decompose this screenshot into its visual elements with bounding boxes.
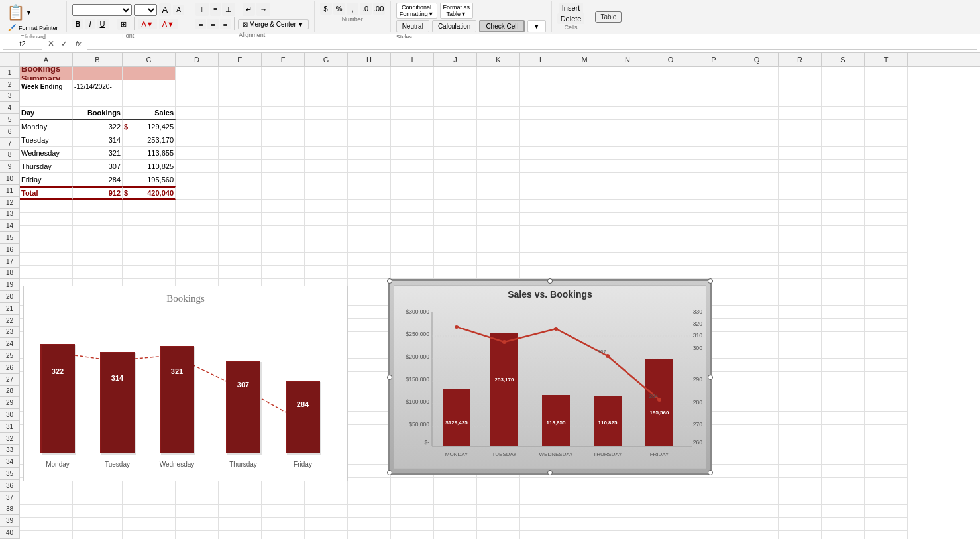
- col-header-T[interactable]: T: [865, 53, 908, 66]
- row-header-24[interactable]: 24: [0, 338, 20, 350]
- cell-D36[interactable]: [176, 531, 219, 539]
- cell-P35[interactable]: [692, 518, 735, 531]
- cell-R8[interactable]: [779, 160, 822, 173]
- cell-D12[interactable]: [176, 213, 219, 226]
- cell-A33[interactable]: [20, 491, 73, 505]
- align-middle-button[interactable]: ≡: [210, 3, 221, 16]
- formula-input[interactable]: [87, 38, 977, 50]
- cell-B8[interactable]: 307: [73, 160, 123, 173]
- cell-B12[interactable]: [73, 213, 123, 226]
- cell-G16[interactable]: [305, 266, 348, 279]
- cell-N11[interactable]: [606, 200, 649, 213]
- cell-T16[interactable]: [865, 266, 908, 279]
- cell-B9[interactable]: 284: [73, 173, 123, 186]
- cell-N16[interactable]: [606, 266, 649, 279]
- cell-T26[interactable]: [865, 398, 908, 412]
- row-header-39[interactable]: 39: [0, 515, 20, 527]
- cell-O2[interactable]: [649, 80, 692, 93]
- cell-N32[interactable]: [606, 478, 649, 491]
- cell-I5[interactable]: [391, 120, 434, 133]
- row-header-18[interactable]: 18: [0, 268, 20, 280]
- cell-E8[interactable]: [219, 160, 262, 173]
- cell-S33[interactable]: [822, 491, 865, 505]
- cell-P12[interactable]: [692, 213, 735, 226]
- cell-B36[interactable]: [73, 531, 123, 539]
- cell-K3[interactable]: [477, 93, 520, 107]
- cell-C12[interactable]: [123, 213, 176, 226]
- cell-J36[interactable]: [434, 531, 477, 539]
- cell-O13[interactable]: [649, 226, 692, 239]
- cell-H26[interactable]: [348, 398, 391, 412]
- cell-J33[interactable]: [434, 491, 477, 505]
- cell-K7[interactable]: [477, 147, 520, 160]
- cell-D6[interactable]: [176, 133, 219, 147]
- cell-G35[interactable]: [305, 518, 348, 531]
- cell-Q27[interactable]: [735, 412, 779, 425]
- cell-S7[interactable]: [822, 147, 865, 160]
- cell-O9[interactable]: [649, 173, 692, 186]
- font-size-select[interactable]: [134, 4, 157, 16]
- cell-E2[interactable]: [219, 80, 262, 93]
- cell-B6[interactable]: 314: [73, 133, 123, 147]
- cell-M4[interactable]: [563, 107, 606, 120]
- cell-E3[interactable]: [219, 93, 262, 107]
- wrap-text-button[interactable]: ↵: [243, 3, 255, 16]
- cell-T18[interactable]: [865, 292, 908, 306]
- cell-I16[interactable]: [391, 266, 434, 279]
- cell-G4[interactable]: [305, 107, 348, 120]
- cell-T32[interactable]: [865, 478, 908, 491]
- cell-Q6[interactable]: [735, 133, 779, 147]
- cell-N1[interactable]: [606, 67, 649, 80]
- cell-I2[interactable]: [391, 80, 434, 93]
- cell-K8[interactable]: [477, 160, 520, 173]
- cell-H14[interactable]: [348, 239, 391, 253]
- cell-J35[interactable]: [434, 518, 477, 531]
- italic-button[interactable]: I: [85, 19, 94, 29]
- cell-O5[interactable]: [649, 120, 692, 133]
- cell-A10[interactable]: Total: [20, 186, 73, 200]
- cancel-formula-button[interactable]: ✕: [45, 38, 57, 50]
- cell-I14[interactable]: [391, 239, 434, 253]
- cell-N15[interactable]: [606, 253, 649, 266]
- cell-C7[interactable]: 113,655: [123, 147, 176, 160]
- cell-T22[interactable]: [865, 345, 908, 359]
- cell-A15[interactable]: [20, 253, 73, 266]
- cell-R5[interactable]: [779, 120, 822, 133]
- cell-I3[interactable]: [391, 93, 434, 107]
- cell-H27[interactable]: [348, 412, 391, 425]
- cell-G5[interactable]: [305, 120, 348, 133]
- cell-R15[interactable]: [779, 253, 822, 266]
- cell-N2[interactable]: [606, 80, 649, 93]
- cell-T14[interactable]: [865, 239, 908, 253]
- cell-A1[interactable]: Bookings Summary: [20, 67, 73, 80]
- calculation-button[interactable]: Calculation: [432, 20, 476, 32]
- cell-F8[interactable]: [262, 160, 305, 173]
- cell-E13[interactable]: [219, 226, 262, 239]
- cell-F35[interactable]: [262, 518, 305, 531]
- cell-E10[interactable]: [219, 186, 262, 200]
- cell-R33[interactable]: [779, 491, 822, 505]
- cell-T34[interactable]: [865, 505, 908, 518]
- cell-Q25[interactable]: [735, 385, 779, 398]
- row-header-26[interactable]: 26: [0, 362, 20, 374]
- cell-N13[interactable]: [606, 226, 649, 239]
- cell-M7[interactable]: [563, 147, 606, 160]
- cell-M2[interactable]: [563, 80, 606, 93]
- cell-T10[interactable]: [865, 186, 908, 200]
- cell-L11[interactable]: [520, 200, 563, 213]
- row-header-2[interactable]: 2: [0, 79, 20, 91]
- row-header-25[interactable]: 25: [0, 350, 20, 362]
- cell-R20[interactable]: [779, 319, 822, 332]
- cell-G10[interactable]: [305, 186, 348, 200]
- cell-O1[interactable]: [649, 67, 692, 80]
- cell-O4[interactable]: [649, 107, 692, 120]
- row-header-36[interactable]: 36: [0, 480, 20, 492]
- cell-Q18[interactable]: [735, 292, 779, 306]
- cell-G14[interactable]: [305, 239, 348, 253]
- cell-K2[interactable]: [477, 80, 520, 93]
- cell-H30[interactable]: [348, 451, 391, 465]
- cell-S29[interactable]: [822, 438, 865, 451]
- cell-B2[interactable]: -12/14/2020-: [73, 80, 123, 93]
- cell-Q19[interactable]: [735, 306, 779, 319]
- cell-L32[interactable]: [520, 478, 563, 491]
